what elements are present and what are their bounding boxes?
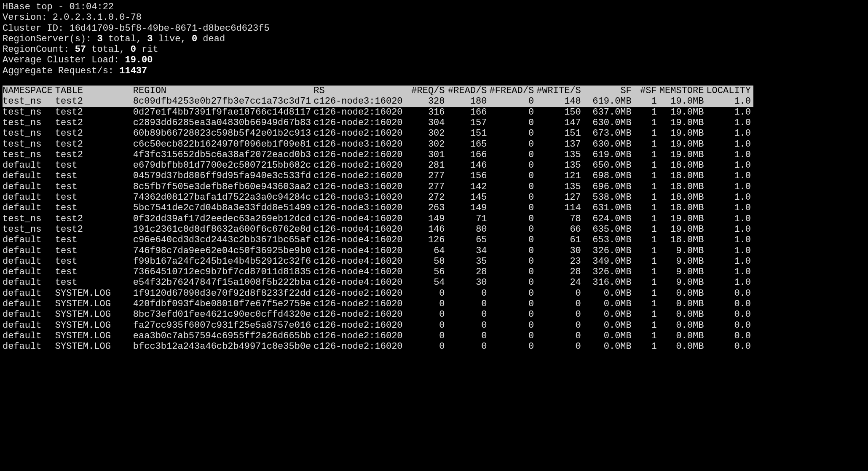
cell-rs: c126-node2:16020 [313, 107, 405, 118]
table-row[interactable]: defaultSYSTEM.LOGfa27cc935f6007c931f25e5… [3, 320, 753, 331]
cell-write: 135 [536, 160, 584, 171]
cell-mem: 9.0MB [659, 267, 707, 277]
col-region[interactable]: REGION [133, 86, 313, 96]
col-req[interactable]: #REQ/S [405, 86, 447, 96]
cell-write: 151 [536, 128, 584, 139]
cell-nsf: 1 [634, 160, 659, 171]
col-table[interactable]: TABLE [55, 86, 133, 96]
rs-dead: 0 [192, 34, 197, 44]
cell-rs: c126-node2:16020 [313, 288, 405, 299]
cell-loc: 0.0 [706, 331, 753, 341]
table-row[interactable]: defaulttest04579d37bd806ff9d95fa940e3c53… [3, 171, 753, 181]
cell-sf: 630.0MB [584, 139, 634, 150]
cell-region: 04579d37bd806ff9d95fa940e3c533fd [133, 171, 313, 181]
table-row[interactable]: defaulttestf99b167a24fc245b1e4b4b52912c3… [3, 256, 753, 267]
col-locality[interactable]: LOCALITY [706, 86, 753, 96]
table-row[interactable]: defaulttest5bc7541de2c7d04b8a3e33fdd8e51… [3, 203, 753, 213]
aggreq-line: Aggregate Request/s: 11437 [3, 66, 865, 76]
table-row[interactable]: defaulttest8c5fb7f505e3defb8efb60e943603… [3, 182, 753, 192]
cell-rs: c126-node2:16020 [313, 299, 405, 309]
table-row[interactable]: defaulttest74362d08127bafa1d7522a3a0c942… [3, 192, 753, 203]
regioncount-line: RegionCount: 57 total, 0 rit [3, 44, 865, 55]
cell-req: 64 [405, 246, 447, 256]
table-row[interactable]: defaultSYSTEM.LOG1f9120d67090d3e70f92d8f… [3, 288, 753, 299]
cell-read: 157 [447, 118, 490, 128]
cell-ns: default [3, 277, 55, 288]
table-row[interactable]: test_nstest260b89b66728023c598b5f42e01b2… [3, 128, 753, 139]
table-row[interactable]: defaultteste679dbfbb01d7700e2c5807215bb6… [3, 160, 753, 171]
avgload-line: Average Cluster Load: 19.00 [3, 55, 865, 65]
cell-ns: default [3, 267, 55, 277]
cell-table: test2 [55, 139, 133, 150]
col-sf[interactable]: SF [584, 86, 634, 96]
cell-read: 146 [447, 160, 490, 171]
table-row[interactable]: defaulttest746f98c7da9ee62e04c50f36925be… [3, 246, 753, 256]
col-namespace[interactable]: NAMESPACE [3, 86, 55, 96]
cell-table: test [55, 235, 133, 245]
cell-region: 8c09dfb4253e0b27fb3e7cc1a73c3d71 [133, 96, 313, 107]
cell-write: 121 [536, 171, 584, 181]
table-row[interactable]: test_nstest2c2893dd6285ea3a04830b66949d6… [3, 118, 753, 128]
cell-table: test [55, 267, 133, 277]
table-row[interactable]: defaultSYSTEM.LOGbfcc3b12a243a46cb2b4997… [3, 341, 753, 352]
cell-sf: 630.0MB [584, 118, 634, 128]
table-row[interactable]: defaultteste54f32b76247847f15a1008f5b222… [3, 277, 753, 288]
cell-region: 60b89b66728023c598b5f42e01b2c913 [133, 128, 313, 139]
cell-fread: 0 [490, 96, 537, 107]
cell-req: 126 [405, 235, 447, 245]
col-rs[interactable]: RS [313, 86, 405, 96]
table-row[interactable]: defaultSYSTEM.LOG8bc73efd01fee4621c90ec0… [3, 309, 753, 320]
cell-mem: 0.0MB [659, 309, 707, 320]
table-row[interactable]: defaultSYSTEM.LOG420fdbf093f4be08010f7e6… [3, 299, 753, 309]
table-row[interactable]: defaulttestc96e640cd3d3cd2443c2bb3671bc6… [3, 235, 753, 245]
cell-read: 30 [447, 277, 490, 288]
cell-req: 328 [405, 96, 447, 107]
cell-nsf: 1 [634, 246, 659, 256]
col-write[interactable]: #WRITE/S [536, 86, 584, 96]
cell-fread: 0 [490, 107, 537, 118]
cell-loc: 1.0 [706, 107, 753, 118]
cell-mem: 0.0MB [659, 320, 707, 331]
cell-ns: test_ns [3, 107, 55, 118]
cell-mem: 19.0MB [659, 96, 707, 107]
version-value: 2.0.2.3.1.0.0-78 [53, 12, 142, 23]
table-row[interactable]: defaulttest73664510712ec9b7bf7cd87011d81… [3, 267, 753, 277]
table-row[interactable]: test_nstest2c6c50ecb822b1624970f096eb1f0… [3, 139, 753, 150]
cell-mem: 18.0MB [659, 182, 707, 192]
cell-loc: 1.0 [706, 235, 753, 245]
cell-loc: 1.0 [706, 277, 753, 288]
cell-loc: 1.0 [706, 96, 753, 107]
status-header: HBase top - 01:04:22 Version: 2.0.2.3.1.… [3, 2, 865, 76]
table-row[interactable]: test_nstest20f32dd39af17d2eedec63a269eb1… [3, 214, 753, 224]
table-row[interactable]: test_nstest2191c2361c8d8df8632a600f6c676… [3, 224, 753, 235]
table-row[interactable]: defaultSYSTEM.LOGeaa3b0c7ab57594c6955ff2… [3, 331, 753, 341]
cell-req: 281 [405, 160, 447, 171]
table-row[interactable]: test_nstest24f3fc315652db5c6a38af2072eac… [3, 150, 753, 160]
col-nsf[interactable]: #SF [634, 86, 659, 96]
col-memstore[interactable]: MEMSTORE [659, 86, 707, 96]
table-header-row[interactable]: NAMESPACE TABLE REGION RS #REQ/S #READ/S… [3, 86, 753, 96]
cell-req: 0 [405, 331, 447, 341]
cell-read: 166 [447, 150, 490, 160]
cell-fread: 0 [490, 320, 537, 331]
cell-rs: c126-node4:16020 [313, 235, 405, 245]
cell-write: 150 [536, 107, 584, 118]
cell-sf: 698.0MB [584, 171, 634, 181]
cell-region: 0f32dd39af17d2eedec63a269eb12dcd [133, 214, 313, 224]
cell-region: bfcc3b12a243a46cb2b49971c8e35b0e [133, 341, 313, 352]
table-row[interactable]: test_nstest28c09dfb4253e0b27fb3e7cc1a73c… [3, 96, 753, 107]
cell-fread: 0 [490, 203, 537, 213]
cell-req: 277 [405, 171, 447, 181]
cell-table: test [55, 246, 133, 256]
cell-rs: c126-node4:16020 [313, 277, 405, 288]
cell-loc: 1.0 [706, 160, 753, 171]
cell-loc: 1.0 [706, 139, 753, 150]
col-fread[interactable]: #FREAD/S [490, 86, 537, 96]
col-read[interactable]: #READ/S [447, 86, 490, 96]
cell-loc: 0.0 [706, 320, 753, 331]
cell-rs: c126-node2:16020 [313, 309, 405, 320]
table-row[interactable]: test_nstest20d27e1f4bb7391f9fae18766c14d… [3, 107, 753, 118]
rs-live: 3 [147, 34, 153, 44]
cell-ns: default [3, 171, 55, 181]
cell-rs: c126-node4:16020 [313, 246, 405, 256]
